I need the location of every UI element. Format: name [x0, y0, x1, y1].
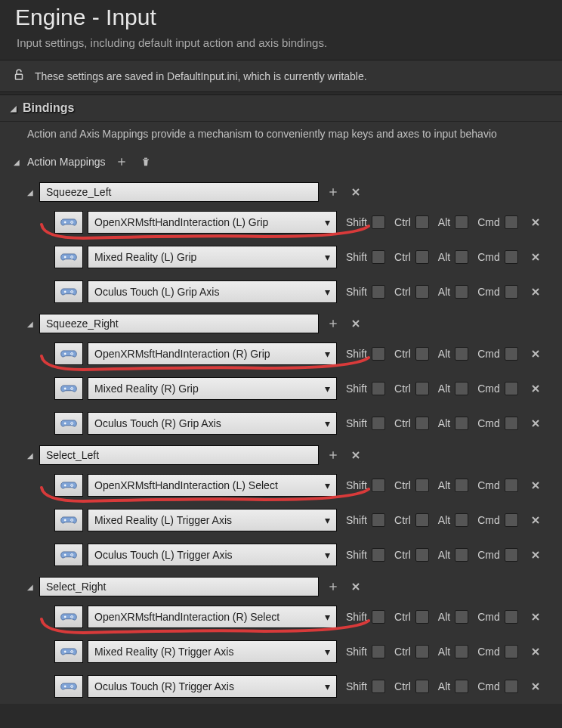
modifier-shift-checkbox[interactable] [372, 285, 385, 299]
bindings-header[interactable]: ◢ Bindings [0, 94, 562, 122]
modifier-shift-checkbox[interactable] [372, 479, 385, 492]
modifier-alt-checkbox[interactable] [455, 513, 468, 527]
modifier-shift-checkbox[interactable] [372, 548, 385, 562]
add-binding-button[interactable] [325, 578, 341, 595]
add-binding-button[interactable] [325, 447, 341, 463]
add-binding-button[interactable] [325, 315, 341, 332]
key-selector[interactable]: Mixed Reality (R) Trigger Axis▾ [88, 640, 337, 663]
expand-icon[interactable]: ◢ [27, 583, 33, 591]
modifier-alt-checkbox[interactable] [455, 417, 468, 430]
modifier-cmd-checkbox[interactable] [505, 417, 518, 430]
modifier-ctrl-checkbox[interactable] [415, 680, 429, 693]
key-selector[interactable]: Oculus Touch (R) Trigger Axis▾ [88, 675, 337, 698]
add-mapping-button[interactable] [113, 153, 130, 170]
binding-row: OpenXRMsftHandInteraction (R) Select▾Shi… [27, 599, 562, 634]
modifier-alt-checkbox[interactable] [455, 548, 468, 562]
modifier-shift-checkbox[interactable] [372, 250, 385, 264]
key-selector[interactable]: OpenXRMsftHandInteraction (R) Select▾ [88, 606, 337, 628]
modifier-cmd-checkbox[interactable] [505, 479, 518, 492]
modifier-shift-checkbox[interactable] [372, 680, 385, 693]
key-selector[interactable]: OpenXRMsftHandInteraction (R) Grip▾ [88, 342, 337, 365]
remove-action-button[interactable] [347, 578, 364, 595]
remove-binding-button[interactable] [527, 477, 544, 494]
gamepad-icon [54, 675, 83, 698]
remove-binding-button[interactable] [527, 345, 544, 362]
modifier-alt-checkbox[interactable] [455, 250, 468, 264]
modifier-ctrl-checkbox[interactable] [415, 548, 429, 562]
expand-icon[interactable]: ◢ [27, 320, 33, 328]
key-selector[interactable]: Oculus Touch (R) Grip Axis▾ [88, 412, 337, 435]
modifier-alt-checkbox[interactable] [455, 382, 468, 395]
remove-binding-button[interactable] [527, 415, 544, 432]
modifier-cmd-checkbox[interactable] [505, 513, 518, 527]
gamepad-icon [54, 412, 83, 435]
key-selector[interactable]: Mixed Reality (L) Grip▾ [88, 246, 337, 268]
modifier-cmd-checkbox[interactable] [505, 382, 518, 395]
modifier-shift-checkbox[interactable] [372, 417, 385, 430]
remove-binding-button[interactable] [527, 283, 544, 300]
remove-binding-button[interactable] [527, 249, 544, 265]
modifier-cmd-checkbox[interactable] [505, 347, 518, 361]
remove-binding-button[interactable] [527, 512, 544, 528]
modifier-ctrl-checkbox[interactable] [415, 479, 429, 492]
modifier-cmd-checkbox[interactable] [505, 250, 518, 264]
remove-binding-button[interactable] [527, 609, 544, 625]
modifier-ctrl-checkbox[interactable] [415, 250, 429, 264]
key-selector[interactable]: Mixed Reality (L) Trigger Axis▾ [88, 509, 337, 531]
modifier-ctrl-checkbox[interactable] [415, 382, 429, 395]
modifier-cmd-checkbox[interactable] [505, 285, 518, 299]
modifier-alt-checkbox[interactable] [455, 645, 468, 658]
expand-icon[interactable]: ◢ [27, 451, 33, 460]
modifier-alt-checkbox[interactable] [455, 215, 468, 229]
modifier-ctrl-checkbox[interactable] [415, 513, 429, 527]
remove-binding-button[interactable] [527, 547, 544, 563]
modifier-ctrl-checkbox[interactable] [415, 347, 429, 361]
modifier-ctrl-checkbox[interactable] [415, 417, 429, 430]
modifier-shift-checkbox[interactable] [372, 382, 385, 395]
modifier-cmd-checkbox[interactable] [505, 215, 518, 229]
modifier-ctrl-checkbox[interactable] [415, 610, 429, 624]
modifier-ctrl-checkbox[interactable] [415, 285, 429, 299]
chevron-down-icon: ▾ [325, 251, 330, 263]
modifier-alt-checkbox[interactable] [455, 479, 468, 492]
key-selector[interactable]: Oculus Touch (L) Grip Axis▾ [88, 280, 337, 303]
modifier-alt-checkbox[interactable] [455, 285, 468, 299]
key-selector-label: OpenXRMsftHandInteraction (L) Grip [94, 216, 268, 228]
add-binding-button[interactable] [325, 184, 341, 200]
action-name-input[interactable] [39, 445, 319, 465]
remove-action-button[interactable] [347, 315, 364, 332]
remove-action-button[interactable] [347, 447, 364, 463]
action-mappings-header[interactable]: ◢ Action Mappings [0, 150, 562, 178]
modifier-cmd-checkbox[interactable] [505, 680, 518, 693]
modifier-label: Shift [346, 383, 367, 395]
modifier-shift-checkbox[interactable] [372, 513, 385, 527]
modifier-alt-checkbox[interactable] [455, 680, 468, 693]
modifier-ctrl-checkbox[interactable] [415, 645, 429, 658]
modifier-alt-checkbox[interactable] [455, 610, 468, 624]
modifier-shift-checkbox[interactable] [372, 645, 385, 658]
key-selector[interactable]: Mixed Reality (R) Grip▾ [88, 377, 337, 400]
modifier-alt-checkbox[interactable] [455, 347, 468, 361]
modifier-ctrl-checkbox[interactable] [415, 215, 429, 229]
action-name-input[interactable] [39, 314, 319, 333]
modifier-cmd-checkbox[interactable] [505, 645, 518, 658]
key-selector[interactable]: OpenXRMsftHandInteraction (L) Select▾ [88, 474, 337, 497]
modifier-cmd-checkbox[interactable] [505, 610, 518, 624]
modifier-cmd-checkbox[interactable] [505, 548, 518, 562]
remove-binding-button[interactable] [527, 380, 544, 397]
remove-binding-button[interactable] [527, 214, 544, 231]
modifier-shift-checkbox[interactable] [372, 347, 385, 361]
remove-binding-button[interactable] [527, 643, 544, 660]
svg-point-22 [71, 355, 73, 356]
delete-all-mappings-button[interactable] [137, 153, 154, 170]
remove-action-button[interactable] [347, 184, 364, 200]
action-name-input[interactable] [39, 577, 319, 596]
key-selector[interactable]: Oculus Touch (L) Trigger Axis▾ [88, 544, 337, 566]
modifier-shift-checkbox[interactable] [372, 215, 385, 229]
key-selector[interactable]: OpenXRMsftHandInteraction (L) Grip▾ [88, 211, 337, 234]
action-name-input[interactable] [39, 182, 319, 202]
svg-point-58 [71, 618, 73, 619]
expand-icon[interactable]: ◢ [27, 188, 33, 197]
modifier-shift-checkbox[interactable] [372, 610, 385, 624]
remove-binding-button[interactable] [527, 678, 544, 695]
